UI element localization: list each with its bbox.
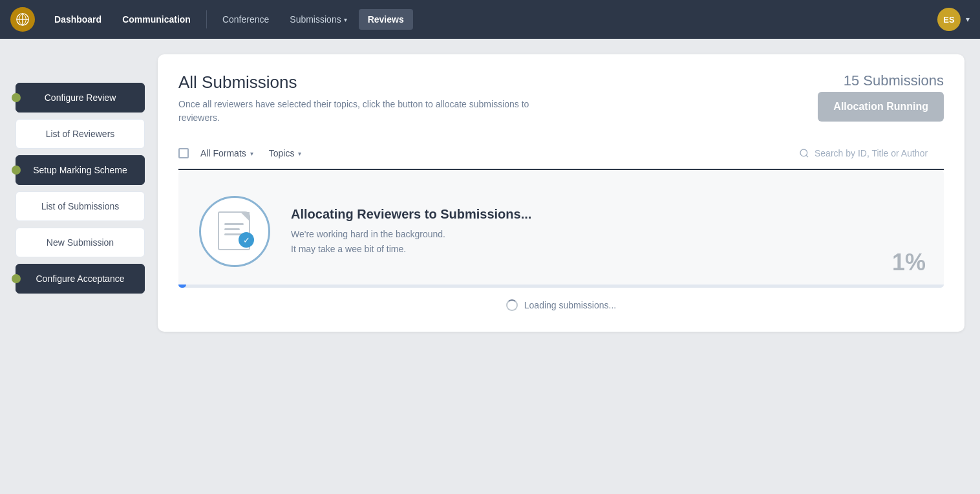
navbar: Dashboard Communication Conference Submi… [0,0,980,39]
sidebar-item-new-submission[interactable]: New Submission [16,228,145,257]
filter-bar: All Formats ▾ Topics ▾ [178,138,944,170]
search-area [799,148,944,158]
topics-filter[interactable]: Topics ▾ [265,145,306,161]
all-formats-chevron: ▾ [250,150,253,157]
sidebar-dot-configure-acceptance [12,274,21,283]
doc-line-2 [224,228,240,230]
page-title: All Submissions [178,72,529,92]
sidebar-dot-configure-review [12,93,21,102]
allocation-area: ✓ Allocating Reviewers to Submissions...… [178,170,944,288]
nav-reviews[interactable]: Reviews [359,9,413,30]
nav-links: Dashboard Communication Conference Submi… [45,9,937,30]
submissions-header: All Submissions Once all reviewers have … [178,72,944,125]
sidebar: Configure Review List of Reviewers Setup… [16,54,145,478]
page-layout: Configure Review List of Reviewers Setup… [0,39,980,494]
sidebar-item-configure-acceptance[interactable]: Configure Acceptance [16,264,145,294]
navbar-right: ES ▾ [937,8,970,31]
app-logo[interactable] [10,7,35,32]
search-input[interactable] [815,148,944,158]
submissions-dropdown-arrow: ▾ [344,16,347,23]
search-icon [799,148,809,158]
allocation-heading: Allocating Reviewers to Submissions... [291,207,531,222]
allocation-line2: It may take a wee bit of time. [291,242,531,256]
loading-label: Loading submissions... [524,300,616,310]
nav-submissions[interactable]: Submissions ▾ [281,9,356,30]
document-icon: ✓ [218,211,251,252]
loading-spinner [506,299,518,311]
document-icon-wrapper: ✓ [199,196,270,267]
progress-bar-container [178,285,944,288]
allocation-running-button: Allocation Running [818,92,944,122]
submissions-description: Once all reviewers have selected their t… [178,98,529,125]
progress-bar-fill [178,285,186,288]
topics-chevron: ▾ [298,150,301,157]
sidebar-item-list-of-submissions[interactable]: List of Submissions [16,191,145,221]
doc-line-1 [224,223,244,225]
submissions-count: 15 Submissions [818,72,944,89]
user-avatar[interactable]: ES [937,8,961,31]
sidebar-item-list-of-reviewers[interactable]: List of Reviewers [16,119,145,149]
allocation-text: Allocating Reviewers to Submissions... W… [291,207,531,256]
sidebar-item-configure-review[interactable]: Configure Review [16,83,145,113]
submissions-header-right: 15 Submissions Allocation Running [818,72,944,122]
progress-percent: 1% [892,249,926,276]
submissions-header-left: All Submissions Once all reviewers have … [178,72,529,125]
nav-separator [206,10,207,28]
avatar-dropdown-arrow[interactable]: ▾ [966,15,970,24]
nav-communication[interactable]: Communication [113,9,200,30]
allocation-line1: We're working hard in the background. [291,227,531,241]
sidebar-dot-setup-marking-scheme [12,166,21,175]
main-content: All Submissions Once all reviewers have … [158,54,964,478]
submissions-card: All Submissions Once all reviewers have … [158,54,964,332]
nav-conference[interactable]: Conference [213,9,278,30]
all-formats-filter[interactable]: All Formats ▾ [197,145,257,161]
check-badge-icon: ✓ [239,232,254,248]
select-all-checkbox[interactable] [178,148,189,158]
nav-dashboard[interactable]: Dashboard [45,9,111,30]
loading-footer: Loading submissions... [178,288,944,314]
svg-point-3 [800,149,807,156]
svg-line-4 [806,155,808,157]
sidebar-item-setup-marking-scheme[interactable]: Setup Marking Scheme [16,155,145,185]
